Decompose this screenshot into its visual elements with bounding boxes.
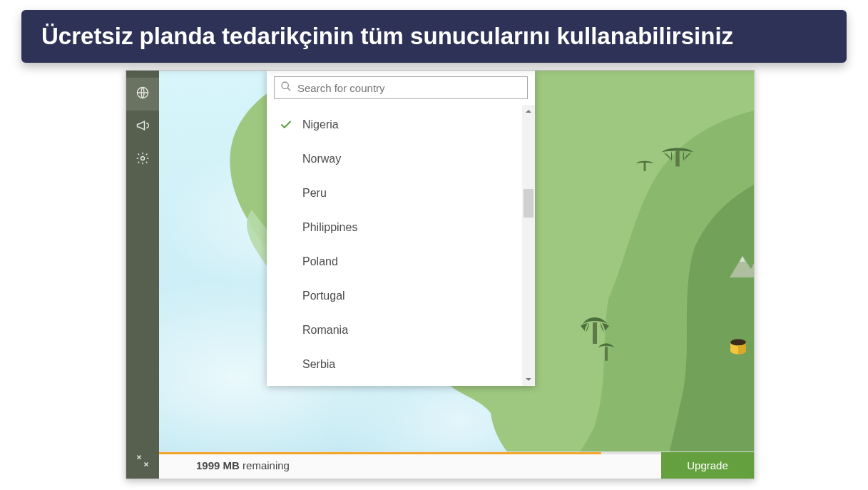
gear-icon xyxy=(136,151,150,168)
country-label: Nigeria xyxy=(302,118,339,131)
collapse-icon xyxy=(136,454,150,471)
country-dropdown: Nigeria Norway Peru Philippines Poland P… xyxy=(267,71,535,386)
tree-icon xyxy=(596,340,617,367)
country-label: Poland xyxy=(302,255,338,268)
search-wrap xyxy=(267,71,535,105)
search-input[interactable] xyxy=(297,82,521,94)
sidebar-item-globe[interactable] xyxy=(126,78,159,111)
sidebar-item-announcements[interactable] xyxy=(126,111,159,143)
search-field[interactable] xyxy=(274,76,528,99)
country-label: Philippines xyxy=(302,221,357,234)
svg-point-6 xyxy=(730,340,746,346)
bottom-bar: 1999 MB remaining Upgrade xyxy=(159,451,754,479)
country-label: Norway xyxy=(302,153,341,165)
mountain-icon xyxy=(730,249,754,280)
data-remaining: 1999 MB remaining xyxy=(159,452,661,479)
data-remaining-label: 1999 MB remaining xyxy=(159,459,290,471)
country-label: Romania xyxy=(302,324,348,337)
sidebar-item-collapse[interactable] xyxy=(126,446,159,479)
scroll-down-button[interactable] xyxy=(522,373,535,386)
scroll-thumb[interactable] xyxy=(524,189,533,218)
country-label: Serbia xyxy=(302,358,335,371)
country-item[interactable]: Serbia xyxy=(267,347,522,382)
sidebar-item-settings[interactable] xyxy=(126,143,159,176)
country-item[interactable]: Nigeria xyxy=(267,108,522,142)
country-item[interactable]: Peru xyxy=(267,176,522,210)
globe-icon xyxy=(136,86,150,103)
search-icon xyxy=(280,81,292,95)
scroll-up-button[interactable] xyxy=(522,105,535,118)
country-label: Peru xyxy=(302,187,327,200)
scroll-track[interactable] xyxy=(522,118,535,373)
upgrade-button[interactable]: Upgrade xyxy=(661,452,754,479)
country-label: Portugal xyxy=(302,290,345,302)
data-suffix: remaining xyxy=(242,459,290,471)
country-item[interactable]: Portugal xyxy=(267,279,522,313)
announcement-icon xyxy=(136,118,150,136)
country-item[interactable]: Philippines xyxy=(267,210,522,245)
svg-point-1 xyxy=(141,157,145,160)
app-window: Nigeria Norway Peru Philippines Poland P… xyxy=(126,70,755,479)
scrollbar[interactable] xyxy=(522,105,535,386)
promo-banner: Ücretsiz planda tedarikçinin tüm sunucul… xyxy=(21,10,847,63)
location-marker[interactable] xyxy=(728,339,748,356)
progress-bar xyxy=(159,452,661,454)
svg-rect-4 xyxy=(675,151,679,167)
country-list: Nigeria Norway Peru Philippines Poland P… xyxy=(267,105,522,386)
svg-rect-3 xyxy=(605,347,608,361)
country-item[interactable]: Poland xyxy=(267,245,522,279)
country-list-area: Nigeria Norway Peru Philippines Poland P… xyxy=(267,105,535,386)
tree-icon xyxy=(634,156,655,178)
tree-icon xyxy=(658,142,697,173)
svg-point-7 xyxy=(282,82,288,88)
country-item[interactable]: Norway xyxy=(267,142,522,176)
promo-banner-text: Ücretsiz planda tedarikçinin tüm sunucul… xyxy=(41,23,733,49)
country-item[interactable]: Romania xyxy=(267,313,522,347)
check-icon xyxy=(280,118,292,131)
upgrade-label: Upgrade xyxy=(687,459,728,471)
data-value: 1999 MB xyxy=(196,459,240,471)
sidebar xyxy=(126,71,159,479)
svg-rect-5 xyxy=(644,163,646,171)
